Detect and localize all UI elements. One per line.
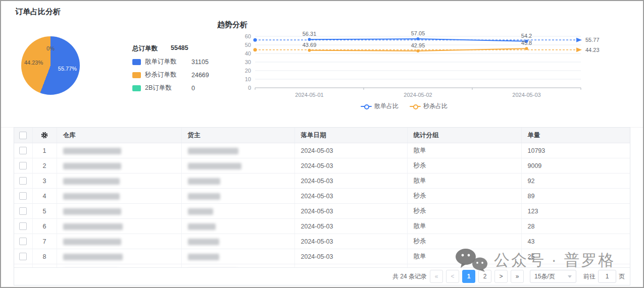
row-index: 5	[32, 204, 57, 219]
cell-date: 2024-05-03	[294, 174, 407, 189]
legend-swatch-orange	[132, 72, 141, 78]
prev-page-button[interactable]: <	[446, 270, 459, 283]
masked-owner	[188, 163, 241, 169]
table-body-viewport[interactable]: 12024-05-03散单1079322024-05-03秒杀900932024…	[14, 143, 630, 267]
col-group[interactable]: 统计分组	[407, 128, 521, 143]
pie-total: 总订单数 55485	[132, 44, 209, 53]
svg-text:2024-05-03: 2024-05-03	[512, 92, 540, 98]
svg-text:55.77: 55.77	[585, 37, 600, 43]
trend-legend-item[interactable]: 秒杀占比	[410, 102, 448, 110]
last-page-button[interactable]: »	[511, 270, 524, 283]
row-index: 4	[32, 189, 57, 204]
trend-legend: 散单占比 秒杀占比	[222, 102, 586, 110]
cell-group: 秒杀	[407, 189, 521, 204]
pie-slice-label: 44.23%	[24, 60, 43, 66]
next-page-button[interactable]: >	[494, 270, 508, 283]
page-title: 订单占比分析	[15, 7, 61, 17]
svg-text:43.69: 43.69	[303, 42, 317, 48]
first-page-button[interactable]: «	[430, 270, 443, 283]
svg-text:40: 40	[245, 50, 251, 56]
goto-page-input[interactable]	[598, 270, 616, 283]
pagination-bar: 共 24 条记录 « < 12 > » 15条/页 前往 页	[14, 267, 630, 285]
masked-warehouse	[63, 223, 123, 230]
pie-legend-item[interactable]: 秒杀订单数 24669	[132, 71, 209, 79]
cell-date: 2024-05-03	[294, 234, 407, 249]
svg-text:10: 10	[245, 76, 251, 82]
table-row[interactable]: 42024-05-03秒杀89	[14, 189, 630, 204]
trend-legend-label: 散单占比	[374, 102, 399, 110]
masked-warehouse	[63, 254, 123, 260]
row-index: 2	[32, 158, 57, 174]
col-warehouse[interactable]: 仓库	[57, 128, 181, 143]
cell-group: 散单	[407, 219, 521, 234]
table-row[interactable]: 72024-05-03秒杀43	[14, 234, 630, 249]
cell-qty: 92	[521, 174, 630, 189]
cell-qty: 89	[521, 189, 630, 204]
legend-label: 2B订单数	[145, 84, 184, 92]
svg-text:0: 0	[248, 85, 251, 91]
trend-legend-label: 秒杀占比	[423, 102, 448, 110]
legend-value: 31105	[191, 59, 209, 66]
row-checkbox[interactable]	[19, 207, 27, 215]
col-qty[interactable]: 单量	[521, 128, 630, 143]
table-row[interactable]: 52024-05-03秒杀123	[14, 204, 630, 219]
pie-legend-item[interactable]: 散单订单数 31105	[132, 57, 209, 66]
cell-qty: 10793	[521, 143, 630, 158]
svg-text:50: 50	[245, 42, 251, 48]
pie-chart[interactable]: 55.77%44.23%0%	[21, 36, 80, 95]
table-row[interactable]: 82024-05-03散单25	[14, 249, 630, 264]
table-body: 12024-05-03散单1079322024-05-03秒杀900932024…	[14, 143, 630, 267]
trend-title: 趋势分析	[217, 20, 247, 30]
col-owner[interactable]: 货主	[181, 128, 294, 143]
row-checkbox[interactable]	[19, 253, 27, 260]
table-row[interactable]: 32024-05-03散单92	[14, 174, 630, 189]
orders-table: 仓库 货主 落单日期 统计分组 单量 12024-05-03散单10793220…	[14, 127, 630, 285]
page-number-button[interactable]: 1	[462, 270, 475, 283]
cell-group: 秒杀	[407, 234, 521, 249]
page-number-button[interactable]: 2	[478, 270, 491, 283]
masked-owner	[188, 178, 220, 185]
pie-legend-item[interactable]: 2B订单数 0	[132, 84, 209, 92]
row-checkbox[interactable]	[19, 192, 27, 200]
page-size-value: 15条/页	[534, 272, 555, 281]
cell-date: 2024-05-03	[294, 204, 407, 219]
legend-value: 0	[191, 85, 195, 92]
masked-warehouse	[63, 193, 120, 200]
select-all-checkbox[interactable]	[19, 132, 27, 139]
line-marker-icon	[361, 104, 372, 108]
table-row[interactable]: 22024-05-03秒杀9009	[14, 158, 630, 174]
cell-date: 2024-05-03	[294, 249, 407, 264]
row-checkbox[interactable]	[19, 238, 27, 245]
svg-text:2024-05-01: 2024-05-01	[295, 92, 323, 98]
chevron-down-icon	[568, 275, 572, 278]
row-index: 8	[32, 249, 57, 264]
row-checkbox[interactable]	[19, 222, 27, 230]
cell-group: 散单	[407, 249, 521, 264]
svg-text:56.31: 56.31	[303, 31, 317, 37]
svg-text:54.2: 54.2	[521, 33, 532, 39]
table-row[interactable]: 12024-05-03散单10793	[14, 143, 630, 158]
cell-date: 2024-05-03	[294, 158, 407, 174]
trend-chart[interactable]: 01020304050602024-05-012024-05-022024-05…	[222, 30, 621, 106]
masked-owner	[188, 148, 238, 154]
cell-qty: 9009	[521, 158, 630, 174]
pie-legend: 总订单数 55485 散单订单数 31105 秒杀订单数 24669 2B订单数…	[132, 44, 209, 97]
masked-warehouse	[63, 148, 121, 154]
pie-slice-label: 0%	[46, 45, 55, 51]
masked-owner	[188, 254, 219, 260]
col-date[interactable]: 落单日期	[294, 128, 407, 143]
pie-slice-label: 55.77%	[58, 66, 77, 72]
row-checkbox[interactable]	[19, 162, 27, 169]
table-row[interactable]: 62024-05-03散单28	[14, 219, 630, 234]
masked-owner	[188, 208, 213, 215]
row-checkbox[interactable]	[19, 177, 27, 185]
row-checkbox[interactable]	[19, 147, 27, 154]
row-index: 7	[32, 234, 57, 249]
svg-text:20: 20	[245, 68, 251, 74]
masked-owner	[188, 223, 216, 230]
page-size-select[interactable]: 15条/页	[530, 270, 576, 283]
trend-legend-item[interactable]: 散单占比	[361, 102, 399, 110]
legend-label: 散单订单数	[145, 57, 184, 66]
cell-qty: 28	[521, 219, 630, 234]
column-settings-icon[interactable]	[40, 131, 48, 139]
